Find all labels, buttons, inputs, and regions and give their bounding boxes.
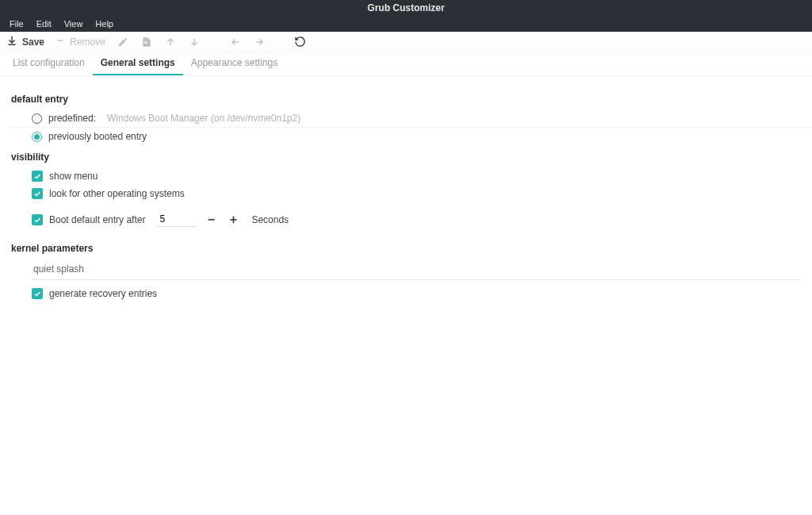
- look-other-os-label: look for other operating systems: [49, 188, 185, 199]
- content-area: default entry predefined: Windows Boot M…: [0, 76, 812, 313]
- window-title: Grub Customizer: [367, 2, 444, 13]
- menu-edit[interactable]: Edit: [30, 17, 58, 30]
- save-button[interactable]: Save: [6, 35, 44, 48]
- menu-help[interactable]: Help: [89, 17, 120, 30]
- window-titlebar: Grub Customizer: [0, 0, 812, 16]
- tab-general-settings[interactable]: General settings: [93, 52, 183, 75]
- menu-view[interactable]: View: [58, 17, 90, 30]
- row-look-other-os: look for other operating systems: [11, 185, 801, 202]
- show-menu-label: show menu: [49, 171, 98, 182]
- minus-icon: [56, 36, 65, 48]
- new-entry-button: [140, 36, 153, 48]
- toolbar: Save Remove: [0, 32, 812, 52]
- timeout-input[interactable]: [156, 212, 196, 227]
- radio-previously-booted[interactable]: [32, 132, 42, 142]
- checkbox-generate-recovery[interactable]: [32, 288, 43, 299]
- section-kernel-title: kernel parameters: [11, 243, 801, 254]
- undo-button: [229, 36, 242, 48]
- previously-booted-label: previously booted entry: [48, 131, 147, 142]
- row-recovery: generate recovery entries: [11, 285, 801, 302]
- section-default-entry-title: default entry: [11, 94, 801, 105]
- seconds-label: Seconds: [251, 214, 289, 225]
- boot-default-label: Boot default entry after: [49, 214, 145, 225]
- row-boot-default: Boot default entry after − + Seconds: [11, 209, 801, 230]
- menubar: File Edit View Help: [0, 16, 812, 32]
- tab-appearance-settings[interactable]: Appearance settings: [183, 52, 285, 75]
- remove-label: Remove: [70, 37, 105, 48]
- checkbox-look-other-os[interactable]: [32, 188, 43, 199]
- checkbox-show-menu[interactable]: [32, 171, 43, 182]
- row-show-menu: show menu: [11, 167, 801, 185]
- kernel-params-input[interactable]: [32, 259, 801, 280]
- row-previously-booted: previously booted entry: [11, 128, 801, 145]
- remove-button: Remove: [56, 36, 105, 48]
- move-down-button: [188, 36, 201, 48]
- move-up-button: [164, 36, 177, 48]
- predefined-label: predefined:: [48, 113, 96, 124]
- save-label: Save: [22, 37, 44, 48]
- save-icon: [6, 35, 17, 48]
- timeout-increment[interactable]: +: [226, 213, 240, 227]
- section-visibility-title: visibility: [11, 152, 801, 163]
- generate-recovery-label: generate recovery entries: [49, 288, 157, 299]
- predefined-select[interactable]: Windows Boot Manager (on /dev/nvme0n1p2): [107, 113, 301, 124]
- reload-button[interactable]: [294, 36, 307, 48]
- row-predefined: predefined: Windows Boot Manager (on /de…: [11, 110, 812, 128]
- edit-entry-button: [117, 36, 129, 48]
- checkbox-boot-default[interactable]: [32, 214, 43, 225]
- redo-button: [253, 36, 266, 48]
- tab-list-configuration[interactable]: List configuration: [5, 52, 93, 75]
- menu-file[interactable]: File: [3, 17, 30, 30]
- radio-predefined[interactable]: [32, 113, 42, 124]
- timeout-decrement[interactable]: −: [204, 213, 218, 227]
- tabs: List configuration General settings Appe…: [0, 52, 812, 76]
